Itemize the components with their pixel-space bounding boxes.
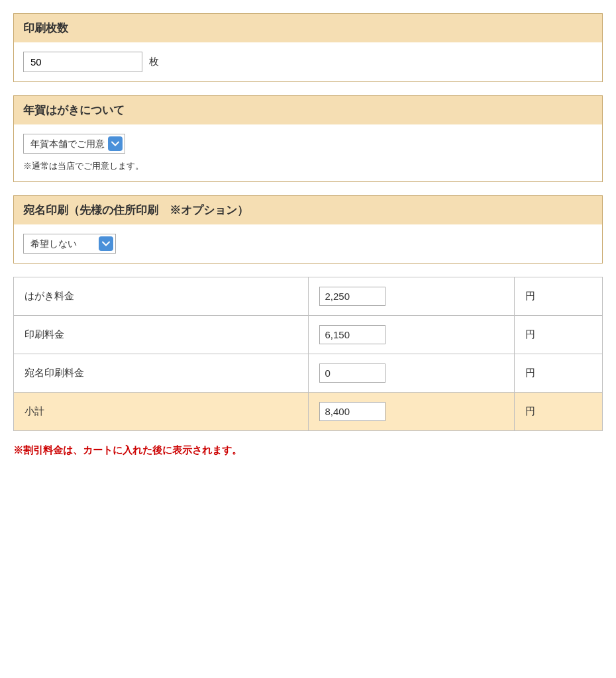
print-currency: 円 bbox=[514, 316, 602, 354]
address-print-select[interactable]: 希望しない bbox=[23, 234, 116, 254]
subtotal-currency: 円 bbox=[514, 393, 602, 431]
address-print-header: 宛名印刷（先様の住所印刷 ※オプション） bbox=[14, 196, 602, 224]
hagaki-value-input[interactable] bbox=[319, 287, 385, 306]
print-count-header: 印刷枚数 bbox=[14, 14, 602, 42]
print-count-body: 枚 bbox=[14, 42, 602, 81]
table-row-subtotal: 小計 円 bbox=[14, 393, 603, 431]
print-count-section: 印刷枚数 枚 bbox=[13, 13, 603, 82]
new-year-card-select[interactable]: 年賀本舗でご用意 bbox=[23, 134, 125, 154]
new-year-card-note: ※通常は当店でご用意します。 bbox=[23, 160, 593, 172]
address-print-select-wrapper: 希望しない bbox=[23, 234, 116, 254]
address-print-value-cell bbox=[308, 354, 514, 393]
print-value-cell bbox=[308, 316, 514, 354]
table-row-hagaki: はがき料金 円 bbox=[14, 277, 603, 316]
new-year-card-section: 年賀はがきについて 年賀本舗でご用意 ※通常は当店でご用意します。 bbox=[13, 95, 603, 182]
subtotal-label: 小計 bbox=[14, 393, 309, 431]
new-year-card-body: 年賀本舗でご用意 ※通常は当店でご用意します。 bbox=[14, 124, 602, 181]
hagaki-label: はがき料金 bbox=[14, 277, 309, 316]
subtotal-value-cell bbox=[308, 393, 514, 431]
print-count-unit: 枚 bbox=[149, 56, 159, 68]
new-year-card-header: 年賀はがきについて bbox=[14, 96, 602, 124]
hagaki-value-cell bbox=[308, 277, 514, 316]
hagaki-currency: 円 bbox=[514, 277, 602, 316]
pricing-table: はがき料金 円 印刷料金 円 宛名印刷料金 円 小計 円 bbox=[13, 277, 603, 431]
print-label: 印刷料金 bbox=[14, 316, 309, 354]
print-count-input-row: 枚 bbox=[23, 52, 593, 72]
subtotal-value-input[interactable] bbox=[319, 402, 385, 421]
new-year-card-select-wrapper: 年賀本舗でご用意 bbox=[23, 134, 125, 154]
table-row-print: 印刷料金 円 bbox=[14, 316, 603, 354]
table-row-address-print: 宛名印刷料金 円 bbox=[14, 354, 603, 393]
address-print-label: 宛名印刷料金 bbox=[14, 354, 309, 393]
address-print-body: 希望しない bbox=[14, 224, 602, 263]
address-print-currency: 円 bbox=[514, 354, 602, 393]
print-value-input[interactable] bbox=[319, 325, 385, 344]
address-print-section: 宛名印刷（先様の住所印刷 ※オプション） 希望しない bbox=[13, 195, 603, 264]
address-print-value-input[interactable] bbox=[319, 363, 385, 383]
discount-note: ※割引料金は、カートに入れた後に表示されます。 bbox=[13, 444, 603, 457]
print-count-input[interactable] bbox=[23, 52, 142, 72]
